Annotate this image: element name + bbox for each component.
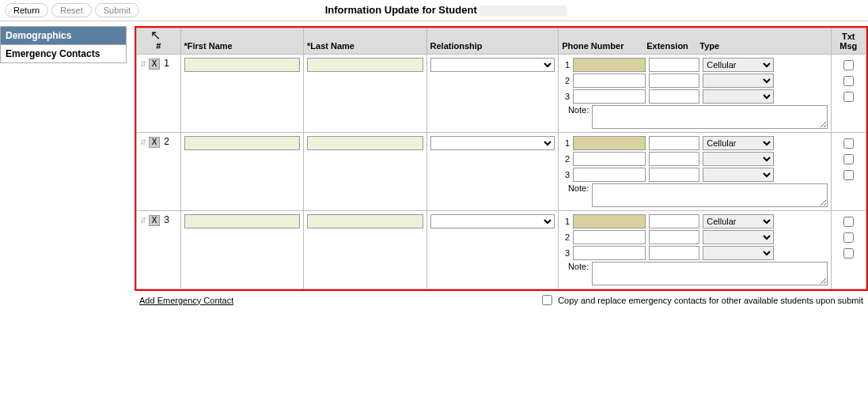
phone-type-select[interactable]: Cellular	[703, 230, 774, 244]
extension-input[interactable]	[649, 246, 699, 260]
phone-number-input[interactable]	[573, 152, 646, 166]
phone-line-number: 2	[562, 232, 570, 242]
sidebar-item-emergency-contacts[interactable]: Emergency Contacts	[1, 45, 126, 62]
first-name-input[interactable]	[184, 58, 301, 72]
relationship-select[interactable]	[430, 136, 555, 150]
txt-msg-checkbox[interactable]	[843, 217, 854, 227]
first-name-input[interactable]	[184, 214, 301, 228]
txt-msg-checkbox[interactable]	[843, 248, 854, 259]
note-textarea[interactable]	[592, 183, 827, 207]
note-label: Note:	[562, 105, 589, 115]
last-name-input[interactable]	[307, 136, 423, 150]
first-name-input[interactable]	[184, 136, 301, 150]
col-header-first-name: *First Name	[180, 28, 304, 55]
phone-number-input[interactable]	[573, 89, 646, 104]
col-header-relationship: Relationship	[426, 28, 559, 55]
phone-number-input[interactable]	[573, 74, 646, 88]
return-button[interactable]: Return	[5, 3, 48, 17]
last-name-input[interactable]	[307, 214, 423, 228]
phone-line-number: 3	[562, 248, 570, 258]
student-name-redacted	[479, 6, 567, 17]
phone-number-input[interactable]	[573, 58, 646, 72]
txt-msg-checkbox[interactable]	[843, 170, 854, 180]
phone-number-input[interactable]	[573, 136, 646, 150]
phone-type-select[interactable]: Cellular	[703, 152, 774, 166]
txt-msg-checkbox[interactable]	[843, 232, 854, 243]
phone-number-input[interactable]	[573, 246, 646, 260]
extension-input[interactable]	[649, 168, 699, 182]
delete-row-button[interactable]: X	[149, 59, 160, 70]
txt-msg-checkbox[interactable]	[843, 92, 854, 102]
extension-input[interactable]	[649, 152, 699, 166]
delete-row-button[interactable]: X	[149, 137, 160, 148]
toolbar: Return Reset Submit Information Update f…	[0, 0, 868, 21]
reorder-icon[interactable]: ⇵	[140, 216, 146, 225]
row-number: 2	[162, 136, 169, 147]
phone-line-number: 1	[562, 217, 570, 226]
phone-line-number: 2	[562, 154, 570, 164]
delete-row-button[interactable]: X	[149, 215, 160, 226]
extension-input[interactable]	[649, 230, 699, 244]
submit-button[interactable]: Submit	[95, 3, 139, 17]
txt-msg-checkbox[interactable]	[843, 76, 854, 86]
phone-line-number: 3	[562, 92, 570, 101]
emergency-contacts-panel: # *First Name *Last Name Relationship Ph…	[135, 26, 868, 291]
note-label: Note:	[562, 183, 589, 193]
phone-line-number: 2	[562, 76, 570, 85]
last-name-input[interactable]	[307, 58, 423, 72]
col-header-last-name: *Last Name	[304, 28, 427, 55]
add-emergency-contact-link[interactable]: Add Emergency Contact	[139, 296, 233, 305]
relationship-select[interactable]	[430, 214, 555, 228]
note-textarea[interactable]	[592, 105, 827, 129]
copy-replace-checkbox[interactable]	[542, 295, 552, 305]
phone-type-select[interactable]: Cellular	[703, 246, 774, 260]
reorder-icon[interactable]: ⇵	[140, 138, 146, 146]
extension-input[interactable]	[649, 136, 699, 150]
table-row: ⇵ X 31Cellular2Cellular3CellularNote:	[137, 211, 866, 289]
txt-msg-checkbox[interactable]	[843, 60, 854, 70]
phone-number-input[interactable]	[573, 214, 646, 228]
extension-input[interactable]	[649, 58, 699, 72]
row-number: 3	[162, 214, 169, 225]
emergency-contacts-table: # *First Name *Last Name Relationship Ph…	[136, 28, 866, 289]
relationship-select[interactable]	[430, 58, 555, 72]
phone-type-select[interactable]: Cellular	[703, 214, 774, 228]
phone-type-select[interactable]: Cellular	[703, 74, 774, 88]
txt-msg-checkbox[interactable]	[843, 154, 854, 164]
note-textarea[interactable]	[592, 262, 827, 285]
page-title: Information Update for Student	[139, 4, 863, 17]
phone-number-input[interactable]	[573, 168, 646, 182]
note-label: Note:	[562, 262, 589, 271]
table-row: ⇵ X 21Cellular2Cellular3CellularNote:	[137, 133, 866, 211]
extension-input[interactable]	[649, 89, 699, 104]
col-header-phone-group: Phone Number Extension Type	[559, 28, 831, 55]
copy-replace-label: Copy and replace emergency contacts for …	[558, 296, 863, 305]
reset-button[interactable]: Reset	[51, 3, 92, 17]
table-row: ⇵ X 11Cellular2Cellular3CellularNote:	[137, 55, 866, 133]
phone-line-number: 1	[562, 60, 570, 70]
phone-type-select[interactable]: Cellular	[703, 168, 774, 182]
phone-number-input[interactable]	[573, 230, 646, 244]
phone-type-select[interactable]: Cellular	[703, 89, 774, 104]
phone-type-select[interactable]: Cellular	[703, 136, 774, 150]
extension-input[interactable]	[649, 214, 699, 228]
txt-msg-checkbox[interactable]	[843, 138, 854, 149]
sidebar-item-demographics[interactable]: Demographics	[1, 27, 126, 45]
phone-line-number: 3	[562, 170, 570, 179]
row-number: 1	[162, 58, 169, 69]
extension-input[interactable]	[649, 74, 699, 88]
sidebar: Demographics Emergency Contacts	[0, 26, 127, 63]
phone-type-select[interactable]: Cellular	[703, 58, 774, 72]
col-header-txt-msg: Txt Msg	[831, 28, 866, 55]
phone-line-number: 1	[562, 138, 570, 148]
col-header-num: #	[137, 28, 181, 55]
reorder-icon[interactable]: ⇵	[140, 59, 146, 68]
